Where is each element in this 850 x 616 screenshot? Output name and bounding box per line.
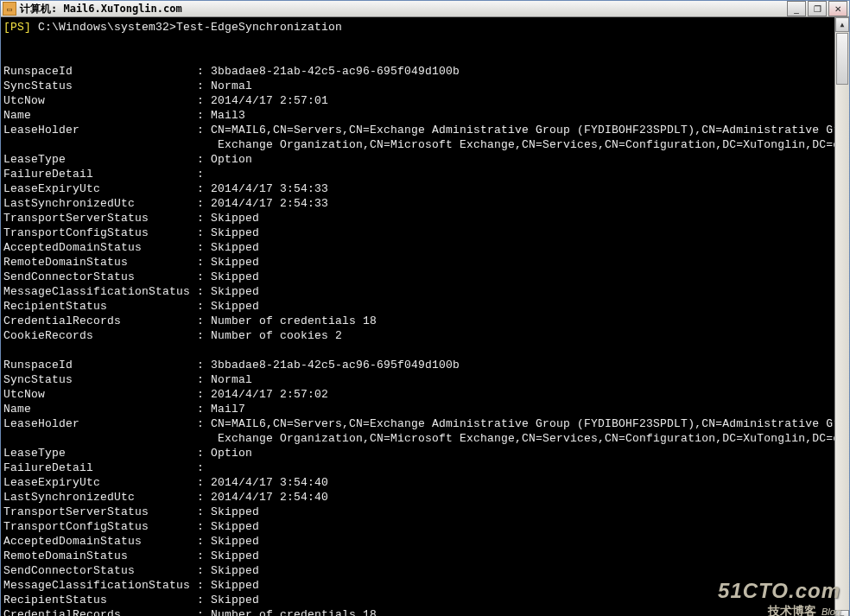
maximize-button[interactable]: ❐ xyxy=(808,1,827,16)
terminal-output[interactable]: [PS] C:\Windows\system32>Test-EdgeSynchr… xyxy=(1,17,834,616)
content-area: [PS] C:\Windows\system32>Test-EdgeSynchr… xyxy=(1,17,849,616)
minimize-button[interactable]: _ xyxy=(787,1,806,16)
console-window: ▭ 计算机: Mail6.XuTonglin.com _ ❐ ✕ [PS] C:… xyxy=(0,0,850,616)
scroll-track[interactable] xyxy=(835,32,849,610)
vertical-scrollbar[interactable]: ▲ ▼ xyxy=(834,17,849,616)
titlebar[interactable]: ▭ 计算机: Mail6.XuTonglin.com _ ❐ ✕ xyxy=(1,1,849,17)
scroll-up-button[interactable]: ▲ xyxy=(835,17,849,32)
close-button[interactable]: ✕ xyxy=(828,1,847,16)
scroll-down-button[interactable]: ▼ xyxy=(835,610,849,616)
scroll-thumb[interactable] xyxy=(836,33,848,85)
app-icon: ▭ xyxy=(3,2,16,16)
window-title: 计算机: Mail6.XuTonglin.com xyxy=(20,2,182,16)
